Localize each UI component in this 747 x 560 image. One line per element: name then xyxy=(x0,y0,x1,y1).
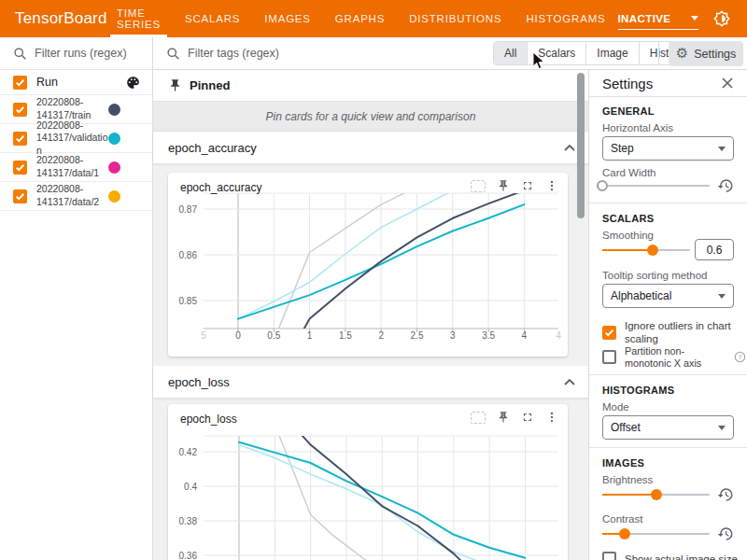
tab-scalars[interactable]: SCALARS xyxy=(173,0,252,37)
partition-x-row[interactable]: Partition non-monotonic X axis ? xyxy=(602,345,746,370)
run-checkbox[interactable] xyxy=(13,132,27,146)
tab-histograms[interactable]: HISTOGRAMS xyxy=(514,0,617,37)
tooltip-sorting-select[interactable]: Alphabetical xyxy=(602,284,734,308)
help-icon[interactable]: ? xyxy=(734,351,746,363)
fit-domain-icon[interactable] xyxy=(471,412,486,424)
tab-distributions[interactable]: DISTRIBUTIONS xyxy=(397,0,514,37)
horizontal-axis-select[interactable]: Step xyxy=(602,136,734,161)
contrast-label: Contrast xyxy=(602,513,642,525)
run-checkbox[interactable] xyxy=(13,189,27,203)
section-header-epoch-accuracy[interactable]: epoch_accuracy xyxy=(153,132,588,164)
pin-icon xyxy=(168,78,182,92)
settings-button[interactable]: ⚙ Settings xyxy=(669,41,743,66)
contrast-slider[interactable] xyxy=(602,527,710,540)
settings-panel: Settings GENERAL Horizontal Axis Step Ca… xyxy=(589,70,747,560)
run-row[interactable]: 20220808-141317/data/1 xyxy=(0,153,152,182)
fit-domain-icon[interactable] xyxy=(471,180,486,192)
run-name: 20220808-141317/validation xyxy=(36,119,108,158)
settings-panel-title: Settings xyxy=(602,76,721,91)
pin-icon[interactable] xyxy=(497,179,510,192)
svg-text:?: ? xyxy=(739,355,742,361)
section-header-epoch-loss[interactable]: epoch_loss xyxy=(153,366,588,399)
app-logo: TensorBoard xyxy=(0,9,105,28)
scalar-card-epoch-loss: 0.420.40.380.36 epoch_loss xyxy=(168,404,568,560)
chevron-up-icon[interactable] xyxy=(564,145,575,151)
svg-text:1: 1 xyxy=(307,330,313,341)
partition-x-label: Partition non-monotonic X axis xyxy=(625,345,726,370)
filter-pill-all[interactable]: All xyxy=(494,42,528,64)
run-row[interactable]: 20220808-141317/data/2 xyxy=(0,182,152,211)
histogram-mode-select[interactable]: Offset xyxy=(602,415,734,440)
ignore-outliers-checkbox[interactable] xyxy=(602,326,616,340)
reset-icon[interactable] xyxy=(717,177,734,194)
svg-text:0.36: 0.36 xyxy=(179,551,198,560)
svg-text:4: 4 xyxy=(556,330,561,341)
run-color-dot xyxy=(108,133,120,145)
scalars-heading: SCALARS xyxy=(602,213,654,224)
toolbar-divider xyxy=(658,42,659,64)
tag-filter-input[interactable] xyxy=(188,47,374,60)
ignore-outliers-row[interactable]: Ignore outliers in chart scaling xyxy=(602,320,737,346)
fullscreen-icon[interactable] xyxy=(521,179,534,192)
chevron-up-icon[interactable] xyxy=(564,379,575,385)
svg-text:3.5: 3.5 xyxy=(482,330,495,341)
svg-text:1.5: 1.5 xyxy=(339,330,352,341)
svg-text:0.86: 0.86 xyxy=(179,250,198,260)
reload-status-dropdown[interactable]: INACTIVE xyxy=(618,7,698,30)
reset-icon[interactable] xyxy=(717,525,734,542)
theme-brightness-icon[interactable] xyxy=(712,9,731,28)
run-select-all-checkbox[interactable] xyxy=(13,76,27,90)
smoothing-value-input[interactable] xyxy=(696,244,733,257)
reload-status-value: INACTIVE xyxy=(618,13,671,24)
reset-icon[interactable] xyxy=(717,486,734,503)
close-icon[interactable] xyxy=(721,77,734,90)
epoch-loss-chart[interactable]: 0.420.40.380.36 xyxy=(168,404,568,560)
show-actual-size-checkbox[interactable] xyxy=(602,552,616,560)
gear-icon: ⚙ xyxy=(676,47,688,61)
show-actual-size-row[interactable]: Show actual image size xyxy=(602,552,738,560)
card-title: epoch_accuracy xyxy=(180,181,261,194)
run-checkbox[interactable] xyxy=(13,103,27,117)
palette-icon[interactable] xyxy=(125,75,141,91)
svg-text:0.85: 0.85 xyxy=(179,296,198,306)
svg-text:4: 4 xyxy=(522,330,528,341)
brightness-slider[interactable] xyxy=(602,488,710,501)
svg-text:0.5: 0.5 xyxy=(267,330,280,341)
card-width-slider[interactable] xyxy=(602,179,710,192)
main-scrollbar[interactable] xyxy=(577,73,585,218)
fullscreen-icon[interactable] xyxy=(521,411,534,424)
tab-graphs[interactable]: GRAPHS xyxy=(323,0,397,37)
run-name: 20220808-141317/train xyxy=(36,96,108,121)
svg-text:0.4: 0.4 xyxy=(184,482,197,492)
main-nav: TIME SERIES SCALARS IMAGES GRAPHS DISTRI… xyxy=(105,0,618,37)
chevron-down-icon xyxy=(718,147,726,151)
tooltip-sorting-label: Tooltip sorting method xyxy=(602,270,708,281)
epoch-accuracy-chart[interactable]: 0.850.860.8700.511.522.533.5454 xyxy=(168,173,568,357)
section-title: epoch_accuracy xyxy=(168,141,564,155)
svg-text:0: 0 xyxy=(235,330,241,341)
tab-time-series[interactable]: TIME SERIES xyxy=(105,0,173,37)
run-name: 20220808-141317/data/1 xyxy=(36,154,108,179)
section-title: epoch_loss xyxy=(168,375,564,389)
filter-pill-image[interactable]: Image xyxy=(586,42,639,64)
run-checkbox[interactable] xyxy=(13,161,27,175)
search-icon xyxy=(13,47,27,61)
pin-icon[interactable] xyxy=(497,411,510,424)
more-options-icon[interactable] xyxy=(545,179,558,192)
run-name: 20220808-141317/data/2 xyxy=(36,183,108,208)
run-color-dot xyxy=(108,104,120,116)
run-filter-input[interactable] xyxy=(35,47,145,60)
tab-images[interactable]: IMAGES xyxy=(252,0,323,37)
svg-text:0.38: 0.38 xyxy=(179,516,198,526)
svg-text:2: 2 xyxy=(378,330,384,341)
partition-x-checkbox[interactable] xyxy=(602,350,616,364)
more-options-icon[interactable] xyxy=(545,411,558,424)
smoothing-slider[interactable] xyxy=(602,244,690,257)
smoothing-value-box xyxy=(695,239,734,260)
smoothing-label: Smoothing xyxy=(602,230,654,241)
pinned-empty-message: Pin cards for a quick view and compariso… xyxy=(153,102,588,132)
run-color-dot xyxy=(108,190,120,203)
runs-header-label: Run xyxy=(36,76,125,89)
card-width-label: Card Width xyxy=(602,167,656,178)
run-row[interactable]: 20220808-141317/validation xyxy=(0,124,152,153)
